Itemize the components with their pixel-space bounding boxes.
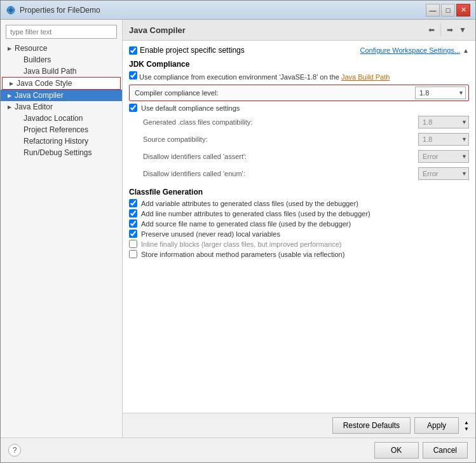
enum-disallow-label: Disallow identifiers called 'enum': (140, 170, 418, 177)
generated-class-compat-dropdown[interactable]: 1.8 ▼ (418, 116, 469, 128)
sidebar-item-refactoring-history[interactable]: Refactoring History (1, 135, 122, 147)
enable-project-settings-checkbox[interactable] (129, 46, 137, 55)
window-title: Properties for FileDemo (20, 6, 100, 15)
scroll-control: ▲ ▼ (464, 420, 469, 432)
classfile-option-5-checkbox[interactable] (129, 250, 137, 258)
right-panel: Java Compiler ⬅ ➡ ▼ Enable project speci… (123, 20, 475, 438)
compliance-info-row: Use compliance from execution environmen… (129, 71, 469, 81)
restore-defaults-button[interactable]: Restore Defaults (332, 417, 411, 434)
sidebar-item-run-debug-settings[interactable]: Run/Debug Settings (1, 147, 122, 158)
assert-disallow-dropdown[interactable]: Error ▼ (418, 150, 469, 163)
enable-settings-row: Enable project specific settings Configu… (129, 46, 469, 55)
apply-button[interactable]: Apply (414, 417, 459, 434)
tree-arrow-icon: ▶ (6, 103, 13, 111)
classfile-option-5: Store information about method parameter… (129, 250, 469, 258)
sidebar-item-label: Javadoc Location (24, 114, 83, 123)
configure-workspace-link[interactable]: Configure Workspace Settings... (360, 46, 461, 54)
dropdown-arrow-icon: ▼ (461, 153, 467, 160)
filter-input[interactable] (6, 25, 117, 39)
classfile-option-2-label: Add source file name to generated class … (141, 220, 351, 228)
classfile-option-2-checkbox[interactable] (129, 219, 137, 228)
classfile-option-1: Add line number attributes to generated … (129, 209, 469, 218)
sidebar-item-java-compiler[interactable]: ▶ Java Compiler (1, 90, 122, 101)
title-controls: — □ ✕ (426, 4, 470, 17)
jdk-compliance-title: JDK Compliance (129, 60, 469, 69)
classfile-option-0: Add variable attributes to generated cla… (129, 199, 469, 207)
classfile-option-3-label: Preserve unused (never read) local varia… (141, 230, 280, 238)
maximize-button[interactable]: □ (441, 4, 455, 17)
sidebar-item-label: Project References (24, 125, 88, 134)
sidebar-item-label: Run/Debug Settings (24, 148, 92, 157)
classfile-option-4-checkbox[interactable] (129, 240, 137, 248)
cancel-button[interactable]: Cancel (423, 442, 468, 459)
default-compliance-label: Use default compliance settings (141, 104, 240, 112)
bottom-bar: ? OK Cancel (1, 438, 475, 462)
sidebar-item-builders[interactable]: Builders (1, 54, 122, 66)
sidebar-item-label: Java Build Path (24, 67, 76, 76)
ok-button[interactable]: OK (374, 442, 419, 459)
scroll-up-icon[interactable]: ▲ (464, 420, 469, 425)
panel-header-controls: ⬅ ➡ ▼ (425, 24, 469, 36)
title-bar-left: Properties for FileDemo (6, 5, 100, 15)
dropdown-arrow-icon[interactable]: ▼ (456, 24, 469, 36)
classfile-option-3: Preserve unused (never read) local varia… (129, 230, 469, 238)
sidebar-item-label: Builders (24, 55, 51, 64)
dropdown-arrow-icon: ▼ (461, 119, 467, 125)
enable-settings-label: Enable project specific settings (140, 46, 245, 55)
panel-body: Enable project specific settings Configu… (123, 41, 475, 413)
source-compat-value: 1.8 (423, 135, 432, 143)
classfile-option-5-label: Store information about method parameter… (141, 251, 344, 258)
classfile-option-1-label: Add line number attributes to generated … (141, 210, 371, 218)
sidebar-item-java-editor[interactable]: ▶ Java Editor (1, 101, 122, 113)
panel-title: Java Compiler (129, 25, 186, 35)
forward-icon[interactable]: ➡ (444, 24, 456, 36)
enum-disallow-dropdown[interactable]: Error ▼ (418, 167, 469, 180)
scroll-up-icon[interactable]: ▲ (463, 47, 469, 54)
generated-class-compat-value: 1.8 (423, 118, 432, 126)
dropdown-arrow-icon: ▼ (461, 170, 467, 177)
tree-arrow-icon: ▶ (8, 79, 15, 87)
tree-arrow-placeholder (15, 137, 22, 145)
sidebar-item-java-code-style[interactable]: ▶ Java Code Style (2, 77, 121, 90)
classfile-option-1-checkbox[interactable] (129, 209, 137, 218)
sidebar-item-java-build-path[interactable]: Java Build Path (1, 66, 122, 77)
tree-arrow-placeholder (15, 114, 22, 122)
classfile-option-0-checkbox[interactable] (129, 199, 137, 207)
compliance-level-dropdown[interactable]: 1.8 ▼ (415, 86, 466, 99)
close-button[interactable]: ✕ (456, 4, 470, 17)
sidebar-item-project-references[interactable]: Project References (1, 124, 122, 135)
default-compliance-row: Use default compliance settings (129, 104, 469, 112)
generated-class-compat-row: Generated .class files compatibility: 1.… (140, 114, 469, 130)
sidebar-item-javadoc-location[interactable]: Javadoc Location (1, 113, 122, 124)
back-icon[interactable]: ⬅ (425, 24, 438, 36)
compiler-compliance-label: Compiler compliance level: (132, 89, 415, 97)
classfile-option-4-label: Inline finally blocks (larger class file… (141, 240, 341, 248)
sidebar-item-label: Java Editor (15, 102, 53, 111)
title-bar: Properties for FileDemo — □ ✕ (1, 1, 475, 20)
minimize-button[interactable]: — (426, 4, 440, 17)
compiler-compliance-level-row: Compiler compliance level: 1.8 ▼ (129, 85, 469, 101)
enum-disallow-value: Error (423, 170, 438, 177)
scroll-down-icon[interactable]: ▼ (464, 426, 469, 432)
assert-disallow-label: Disallow identifiers called 'assert': (140, 153, 418, 160)
classfile-generation-title: Classfile Generation (129, 188, 469, 197)
compliance-checkbox[interactable] (129, 71, 137, 79)
help-button[interactable]: ? (8, 444, 21, 457)
classfile-option-4: Inline finally blocks (larger class file… (129, 240, 469, 248)
classfile-option-0-label: Add variable attributes to generated cla… (141, 200, 358, 207)
generated-class-compat-label: Generated .class files compatibility: (140, 118, 418, 126)
enum-disallow-row: Disallow identifiers called 'enum': Erro… (140, 166, 469, 181)
panel-header: Java Compiler ⬅ ➡ ▼ (123, 20, 475, 41)
sidebar-item-label: Java Code Style (17, 79, 72, 88)
source-compat-dropdown[interactable]: 1.8 ▼ (418, 133, 469, 146)
java-build-path-link[interactable]: Java Build Path (341, 73, 390, 81)
default-compliance-checkbox[interactable] (129, 104, 137, 112)
properties-window: Properties for FileDemo — □ ✕ ▶ Resource… (0, 0, 476, 463)
classfile-option-3-checkbox[interactable] (129, 230, 137, 238)
tree-arrow-placeholder (15, 149, 22, 156)
sidebar-item-resource[interactable]: ▶ Resource (1, 43, 122, 54)
compliance-info-text: Use compliance from execution environmen… (139, 73, 341, 81)
source-compat-label: Source compatibility: (140, 135, 418, 143)
source-compat-row: Source compatibility: 1.8 ▼ (140, 132, 469, 147)
main-content: ▶ Resource Builders Java Build Path ▶ Ja… (1, 20, 475, 438)
